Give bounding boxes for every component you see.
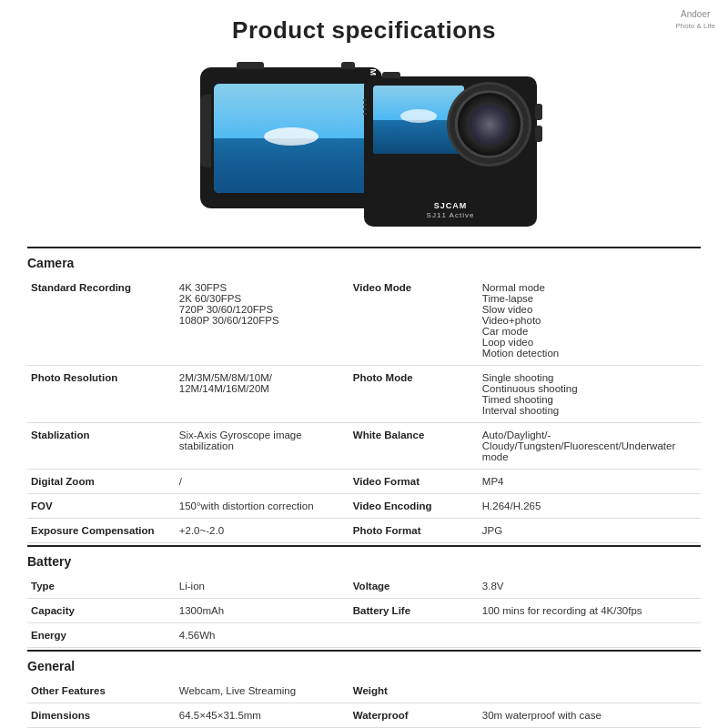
value-photo-mode: Single shooting Continuous shooting Time… (479, 366, 701, 423)
value-dimensions: 64.5×45×31.5mm (176, 703, 344, 728)
battery-spec-table: Type Li-ion Voltage 3.8V Capacity 1300mA… (27, 574, 701, 648)
label-white-balance: White Balance (344, 423, 479, 470)
camera-front-brand: SJCAM (434, 201, 468, 210)
camera-section-header: Camera (27, 247, 701, 276)
value-other-features: Webcam, Live Streaming (176, 679, 344, 703)
camera-grip (200, 95, 211, 167)
specifications-container: Camera Standard Recording 4K 30FPS 2K 60… (0, 247, 728, 728)
camera-side-buttons (535, 104, 542, 142)
spec-row-recording: Standard Recording 4K 30FPS 2K 60/30FPS … (27, 276, 701, 366)
label-stabilization: Stablization (27, 423, 176, 470)
general-spec-table: Other Features Webcam, Live Streaming We… (27, 679, 701, 728)
camera-spec-table: Standard Recording 4K 30FPS 2K 60/30FPS … (27, 276, 701, 543)
value-stabilization: Six-Axis Gyroscope image stabilization (176, 423, 344, 470)
value-energy: 4.56Wh (176, 623, 344, 648)
value-battery-life: 100 mins for recording at 4K/30fps (479, 599, 701, 623)
spec-row-photo-resolution: Photo Resolution 2M/3M/5M/8M/10M/12M/14M… (27, 366, 701, 423)
camera-front-view: SJCAM SJ11 Active (364, 76, 537, 227)
label-video-mode: Video Mode (344, 276, 479, 366)
spec-row-fov: FOV 150°with distortion correction Video… (27, 494, 701, 519)
camera-front-screen (373, 86, 464, 154)
value-waterproof: 30m waterproof with case (479, 703, 701, 728)
camera-illustration: SJCAM SJCAM SJ11 Acti (191, 58, 537, 240)
label-fov: FOV (27, 494, 176, 519)
spec-row-other-features: Other Features Webcam, Live Streaming We… (27, 679, 701, 703)
label-waterproof: Waterproof (344, 703, 479, 728)
value-video-encoding: H.264/H.265 (479, 494, 701, 519)
label-energy: Energy (27, 623, 176, 648)
brand-logo: Andoer Photo & Life (675, 9, 715, 31)
label-photo-format: Photo Format (344, 519, 479, 543)
page-title: Product specifications (0, 0, 728, 54)
brand-tagline: Photo & Life (675, 22, 715, 30)
label-battery-life: Battery Life (344, 599, 479, 623)
value-video-format: MP4 (479, 470, 701, 494)
brand-name: Andoer (681, 9, 710, 19)
battery-section-header: Battery (27, 545, 701, 574)
value-standard-recording: 4K 30FPS 2K 60/30FPS 720P 30/60/120FPS 1… (176, 276, 344, 366)
label-digital-zoom: Digital Zoom (27, 470, 176, 494)
label-standard-recording: Standard Recording (27, 276, 176, 366)
value-video-mode: Normal mode Time-lapse Slow video Video+… (479, 276, 701, 366)
label-photo-resolution: Photo Resolution (27, 366, 176, 423)
spec-row-capacity: Capacity 1300mAh Battery Life 100 mins f… (27, 599, 701, 623)
value-white-balance: Auto/Daylight/-Cloudy/Tungsten/Fluoresce… (479, 423, 701, 470)
camera-screen (214, 84, 369, 193)
spec-row-stabilization: Stablization Six-Axis Gyroscope image st… (27, 423, 701, 470)
general-section-header: General (27, 650, 701, 679)
spec-row-type: Type Li-ion Voltage 3.8V (27, 574, 701, 599)
camera-back-view: SJCAM (200, 67, 382, 208)
spec-row-digital-zoom: Digital Zoom / Video Format MP4 (27, 470, 701, 494)
label-capacity: Capacity (27, 599, 176, 623)
spec-row-exposure: Exposure Compensation +2.0~-2.0 Photo Fo… (27, 519, 701, 543)
value-capacity: 1300mAh (176, 599, 344, 623)
value-voltage: 3.8V (479, 574, 701, 599)
value-digital-zoom: / (176, 470, 344, 494)
label-type: Type (27, 574, 176, 599)
camera-brand-label: SJCAM (369, 39, 378, 77)
value-fov: 150°with distortion correction (176, 494, 344, 519)
label-empty1 (344, 623, 479, 648)
value-weight (479, 679, 701, 703)
camera-lens (455, 90, 523, 158)
product-image-area: SJCAM SJCAM SJ11 Acti (0, 54, 728, 245)
label-video-encoding: Video Encoding (344, 494, 479, 519)
label-exposure: Exposure Compensation (27, 519, 176, 543)
label-dimensions: Dimensions (27, 703, 176, 728)
value-type: Li-ion (176, 574, 344, 599)
spec-row-dimensions: Dimensions 64.5×45×31.5mm Waterproof 30m… (27, 703, 701, 728)
camera-model-label: SJ11 Active (427, 211, 475, 219)
value-exposure: +2.0~-2.0 (176, 519, 344, 543)
label-video-format: Video Format (344, 470, 479, 494)
camera-lens-inner (469, 104, 510, 145)
value-empty1 (479, 623, 701, 648)
label-other-features: Other Features (27, 679, 176, 703)
label-voltage: Voltage (344, 574, 479, 599)
spec-row-energy: Energy 4.56Wh (27, 623, 701, 648)
label-photo-mode: Photo Mode (344, 366, 479, 423)
value-photo-format: JPG (479, 519, 701, 543)
label-weight: Weight (344, 679, 479, 703)
value-photo-resolution: 2M/3M/5M/8M/10M/12M/14M/16M/20M (176, 366, 344, 423)
